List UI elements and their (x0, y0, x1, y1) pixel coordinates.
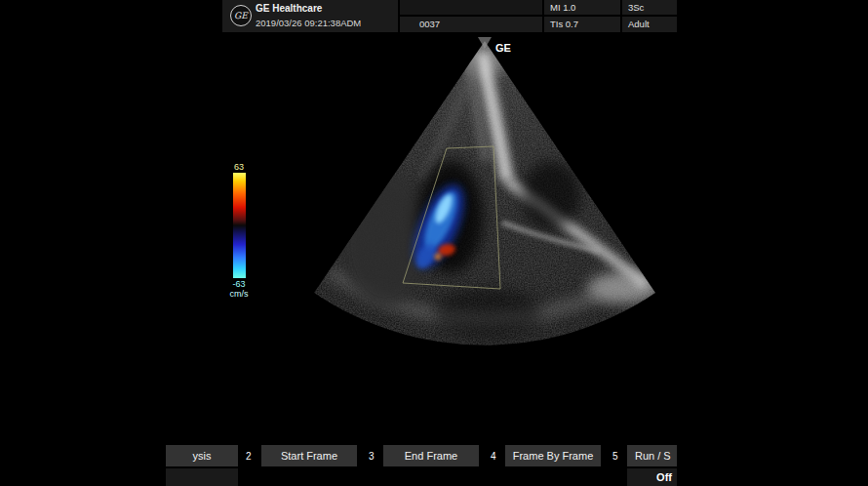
doppler-colorbar: 63 -63 cm/s (226, 162, 252, 299)
ge-logo-icon: GE (230, 5, 252, 26)
ge-logo-text: GE (234, 11, 248, 20)
softkey-5-number: 5 (612, 445, 618, 466)
softkey-4-number: 4 (491, 445, 496, 466)
softkey-run-stop-button[interactable]: Run / S (627, 445, 677, 466)
tis-value: TIs 0.7 (544, 17, 620, 32)
softkey-3-number: 3 (369, 445, 375, 466)
echo-sector (293, 37, 683, 359)
colorbar-max-label: 63 (226, 162, 252, 172)
softkey-start-frame-button[interactable]: Start Frame (261, 445, 357, 466)
softkey-analysis-button[interactable]: ysis (166, 445, 238, 466)
softkey-frame-by-frame-button[interactable]: Frame By Frame (505, 445, 601, 466)
colorbar-unit-label: cm/s (226, 289, 252, 299)
softkey-end-frame-button[interactable]: End Frame (383, 445, 479, 466)
patient-type: Adult (622, 17, 677, 32)
echo-image: GE (0, 0, 868, 486)
probe-name: 3Sc (622, 0, 677, 15)
datetime-text: 2019/03/26 09:21:38ADM (256, 18, 361, 28)
mi-value: MI 1.0 (544, 0, 620, 15)
image-orientation-label: GE (495, 42, 511, 54)
colorbar-min-label: -63 (226, 279, 252, 289)
vendor-block: GE GE Healthcare 2019/03/26 09:21:38ADM (222, 0, 398, 32)
colorbar-gradient (233, 173, 246, 278)
vendor-name: GE Healthcare (256, 3, 322, 14)
exam-number: 0037 (400, 17, 542, 32)
header-spacer-block (400, 0, 542, 15)
softkey-2-number: 2 (246, 445, 252, 466)
softkey-analysis-sub-slot (166, 468, 238, 486)
apex-marker-icon (478, 37, 492, 49)
softkey-run-stop-state[interactable]: Off (627, 468, 677, 486)
